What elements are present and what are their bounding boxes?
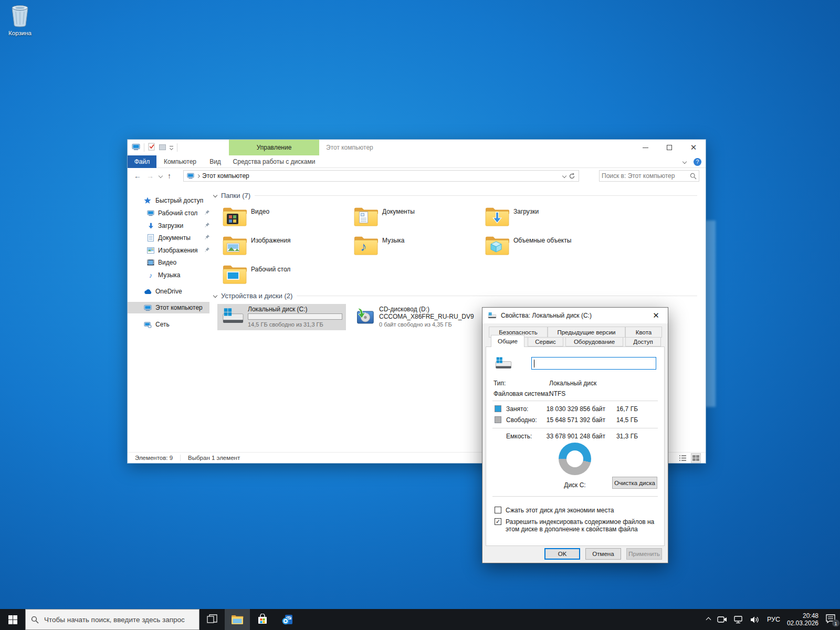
type-value: Локальный диск [549, 380, 596, 387]
taskbar-search-input[interactable] [44, 616, 194, 624]
drive-d-tile[interactable]: CD-дисковод (D:) CCCOMA_X86FRE_RU-RU_DV9… [349, 304, 485, 330]
maximize-button[interactable] [657, 140, 681, 155]
capacity-donut [559, 443, 591, 475]
folder-tile-desktop[interactable]: Рабочий стол [217, 262, 349, 291]
ok-button[interactable]: OK [544, 548, 580, 560]
meet-now-icon[interactable] [717, 616, 727, 623]
store-icon [257, 614, 268, 625]
dialog-close-icon[interactable]: ✕ [644, 308, 668, 323]
volume-label-input[interactable] [531, 357, 656, 370]
tab-quota[interactable]: Квота [625, 327, 662, 338]
tab-hardware[interactable]: Оборудование [565, 337, 623, 346]
tab-computer[interactable]: Компьютер [163, 155, 197, 168]
notification-badge: 1 [832, 620, 839, 627]
thumbnails-view-icon[interactable] [691, 454, 700, 463]
apply-button[interactable]: Применить [626, 548, 662, 560]
cancel-button[interactable]: Отмена [585, 548, 621, 560]
text-caret [534, 360, 534, 368]
folder-tile-documents[interactable]: Документы [349, 204, 480, 233]
tab-tools[interactable]: Сервис [528, 337, 563, 346]
action-center[interactable]: 1 [825, 614, 837, 625]
breadcrumb-chevron-icon [196, 174, 200, 177]
details-view-icon[interactable] [678, 454, 687, 463]
filesystem-label: Файловая система: [494, 390, 550, 397]
index-checkbox[interactable] [495, 518, 501, 525]
taskbar-search[interactable] [25, 609, 200, 630]
folder-tile-3d-objects[interactable]: Объемные объекты [480, 233, 611, 262]
minimize-button[interactable] [633, 140, 657, 155]
nav-documents[interactable]: Документы [128, 232, 209, 244]
up-icon[interactable]: ↑ [167, 172, 171, 180]
back-icon[interactable]: ← [134, 172, 141, 180]
contextual-tab-header[interactable]: Управление [229, 140, 319, 155]
tab-file[interactable]: Файл [128, 155, 156, 168]
outlook-button[interactable] [275, 609, 300, 630]
address-box[interactable]: Этот компьютер [183, 170, 579, 182]
nav-downloads[interactable]: Загрузки [128, 220, 209, 232]
clock[interactable]: 20:48 02.03.2026 [787, 612, 818, 627]
drive-c-tile[interactable]: Локальный диск (C:) 14,5 ГБ свободно из … [217, 304, 346, 330]
nav-music[interactable]: ♪ Музыка [128, 269, 209, 281]
drive-icon [495, 356, 512, 373]
file-explorer-button[interactable] [225, 609, 250, 630]
store-button[interactable] [250, 609, 275, 630]
folder-tile-downloads[interactable]: Загрузки [480, 204, 611, 233]
group-header-folders[interactable]: Папки (7) [214, 191, 697, 200]
collapse-group-icon[interactable] [213, 293, 217, 298]
computer-icon[interactable] [132, 143, 140, 153]
nav-quick-access[interactable]: Быстрый доступ [128, 195, 209, 206]
items-count: Элементов: 9 [128, 455, 173, 461]
pictures-icon [146, 246, 155, 255]
address-dropdown-icon[interactable] [562, 174, 566, 178]
used-swatch [495, 405, 501, 412]
expand-ribbon-icon[interactable] [682, 160, 687, 164]
tab-disk-tools[interactable]: Средства работы с дисками [232, 155, 316, 168]
help-icon[interactable]: ? [694, 158, 701, 166]
language-indicator[interactable]: РУС [767, 616, 780, 623]
tab-sharing[interactable]: Доступ [625, 337, 661, 346]
collapse-group-icon[interactable] [213, 193, 217, 197]
dialog-buttons: OK Отмена Применить [482, 545, 668, 563]
network-icon[interactable] [734, 616, 743, 624]
search-box[interactable] [599, 170, 699, 182]
forward-icon[interactable]: → [146, 172, 154, 180]
properties-qat-icon[interactable] [148, 143, 155, 152]
nav-network[interactable]: Сеть [128, 319, 209, 330]
tab-view[interactable]: Вид [207, 155, 223, 168]
tray-overflow-icon[interactable] [706, 617, 711, 622]
folder-tile-pictures[interactable]: Изображения [217, 233, 349, 262]
tab-previous-versions[interactable]: Предыдущие версии [548, 327, 625, 338]
task-view-button[interactable] [200, 609, 225, 630]
clock-date: 02.03.2026 [787, 620, 818, 627]
close-button[interactable]: ✕ [681, 140, 706, 155]
nav-this-pc[interactable]: Этот компьютер [128, 302, 209, 313]
refresh-icon[interactable] [569, 173, 575, 180]
compress-checkbox[interactable] [495, 507, 501, 513]
used-label: Занято: [506, 405, 528, 413]
nav-desktop[interactable]: Рабочий стол [128, 207, 209, 219]
nav-pictures[interactable]: Изображения [128, 245, 209, 256]
nav-onedrive[interactable]: OneDrive [128, 286, 209, 297]
search-input[interactable] [602, 172, 690, 180]
window-title: Этот компьютер [326, 140, 373, 155]
search-icon [31, 616, 39, 624]
start-button[interactable] [0, 609, 25, 630]
group-header-devices[interactable]: Устройства и диски (2) [214, 291, 697, 300]
volume-icon[interactable] [750, 616, 760, 624]
system-tray: РУС 20:48 02.03.2026 1 [707, 609, 837, 630]
free-size: 14,5 ГБ [616, 416, 638, 424]
search-icon[interactable] [690, 173, 697, 180]
folder-tile-videos[interactable]: Видео [217, 204, 349, 233]
nav-videos[interactable]: Видео [128, 257, 209, 268]
divider [144, 143, 144, 152]
new-folder-qat-icon[interactable] [159, 144, 166, 152]
tab-general[interactable]: Общие [491, 335, 524, 347]
breadcrumb-location[interactable]: Этот компьютер [202, 172, 249, 180]
folder-tile-music[interactable]: ♪ Музыка [349, 233, 480, 262]
cube-overlay-icon [490, 240, 502, 255]
disk-cleanup-button[interactable]: Очистка диска [612, 477, 657, 489]
recycle-bin[interactable]: Корзина [5, 4, 35, 36]
recent-locations-icon[interactable] [159, 174, 163, 178]
customize-qat-icon[interactable] [170, 146, 173, 150]
dialog-titlebar: Свойства: Локальный диск (C:) ✕ [482, 308, 668, 323]
